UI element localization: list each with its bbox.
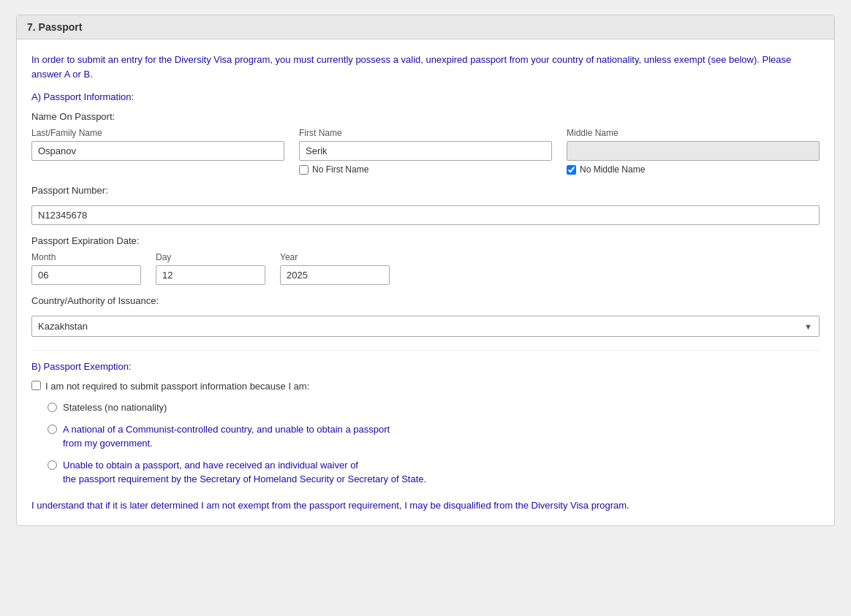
country-section: Country/Authority of Issuance: Kazakhsta…	[31, 295, 820, 337]
section-b-label: B) Passport Exemption:	[31, 361, 820, 372]
date-row: Month Day Year	[31, 252, 820, 285]
radio-waiver-label: Unable to obtain a passport, and have re…	[63, 458, 426, 487]
passport-section: 7. Passport In order to submit an entry …	[16, 15, 835, 526]
no-first-name-label: No First Name	[312, 164, 368, 175]
exemption-checkbox-row: I am not required to submit passport inf…	[31, 381, 820, 392]
year-label: Year	[280, 252, 390, 262]
day-label: Day	[156, 252, 265, 262]
exemption-checkbox-label: I am not required to submit passport inf…	[45, 381, 309, 392]
no-middle-name-label: No Middle Name	[580, 164, 645, 175]
radio-waiver-input[interactable]	[48, 460, 57, 470]
day-col: Day	[156, 252, 265, 285]
last-name-input[interactable]	[31, 141, 284, 161]
card-body: In order to submit an entry for the Dive…	[17, 39, 834, 525]
middle-name-col: Middle Name No Middle Name	[567, 128, 820, 175]
passport-number-label: Passport Number:	[31, 185, 820, 196]
no-first-name-row: No First Name	[299, 164, 552, 175]
country-label: Country/Authority of Issuance:	[31, 295, 820, 306]
section-header: 7. Passport	[17, 15, 834, 39]
day-input[interactable]	[156, 265, 265, 285]
month-input[interactable]	[31, 265, 141, 285]
last-name-label: Last/Family Name	[31, 128, 284, 138]
year-col: Year	[280, 252, 390, 285]
passport-number-section: Passport Number:	[31, 185, 820, 225]
expiration-section: Passport Expiration Date: Month Day Year	[31, 235, 820, 285]
radio-options: Stateless (no nationality) A national of…	[48, 400, 820, 487]
year-input[interactable]	[280, 265, 390, 285]
radio-communist-label: A national of a Communist-controlled cou…	[63, 422, 390, 451]
first-name-label: First Name	[299, 128, 552, 138]
middle-name-input[interactable]	[567, 141, 820, 161]
section-a-label: A) Passport Information:	[31, 91, 820, 102]
no-first-name-checkbox[interactable]	[299, 165, 309, 175]
first-name-input[interactable]	[299, 141, 552, 161]
first-name-col: First Name No First Name	[299, 128, 552, 175]
exemption-checkbox[interactable]	[31, 381, 41, 390]
country-select-wrapper: Kazakhstan United States Russia Germany …	[31, 312, 820, 337]
radio-communist-input[interactable]	[48, 425, 57, 434]
expiration-date-label: Passport Expiration Date:	[31, 235, 820, 246]
no-middle-name-row: No Middle Name	[567, 164, 820, 175]
middle-name-label: Middle Name	[567, 128, 820, 138]
intro-text: In order to submit an entry for the Dive…	[31, 53, 820, 81]
radio-stateless-label: Stateless (no nationality)	[63, 400, 167, 415]
passport-number-input[interactable]	[31, 205, 820, 225]
radio-communist: A national of a Communist-controlled cou…	[48, 422, 820, 451]
no-middle-name-checkbox[interactable]	[567, 165, 576, 175]
exemption-section: B) Passport Exemption: I am not required…	[31, 361, 820, 512]
section-title: 7. Passport	[27, 21, 82, 33]
country-select[interactable]: Kazakhstan United States Russia Germany …	[31, 316, 820, 337]
disclaimer-text: I understand that if it is later determi…	[31, 498, 820, 513]
divider	[31, 350, 820, 351]
month-label: Month	[31, 252, 141, 262]
radio-stateless: Stateless (no nationality)	[48, 400, 820, 415]
name-on-passport-label: Name On Passport:	[31, 111, 820, 122]
radio-waiver: Unable to obtain a passport, and have re…	[48, 458, 820, 487]
last-name-col: Last/Family Name	[31, 128, 284, 175]
name-row: Last/Family Name First Name No First Nam…	[31, 128, 820, 175]
radio-stateless-input[interactable]	[48, 403, 57, 412]
month-col: Month	[31, 252, 141, 285]
